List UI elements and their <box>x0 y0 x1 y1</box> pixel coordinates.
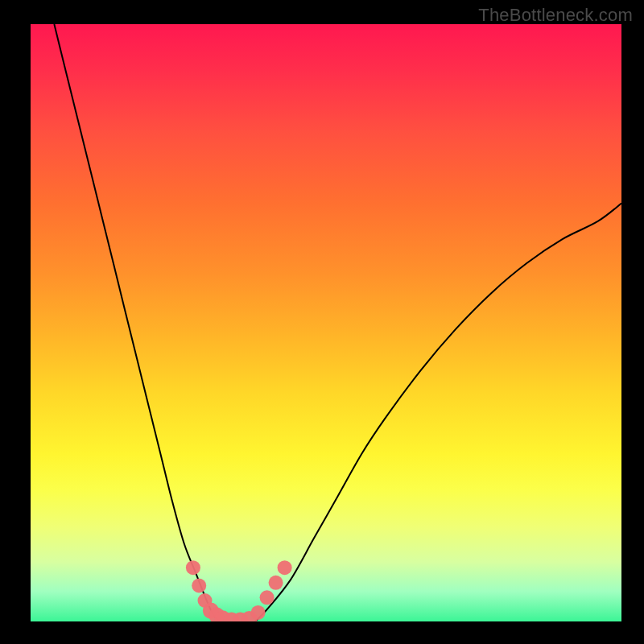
chart-svg <box>31 24 621 621</box>
plot-area <box>31 24 621 621</box>
watermark-text: TheBottleneck.com <box>478 5 633 26</box>
data-marker <box>251 605 266 620</box>
data-marker <box>186 560 200 575</box>
data-marker <box>278 560 292 575</box>
data-marker <box>269 576 283 590</box>
marker-group <box>186 560 292 621</box>
data-marker <box>192 579 206 593</box>
curve-right <box>255 204 621 621</box>
curve-left <box>54 24 220 621</box>
data-marker <box>260 590 275 605</box>
